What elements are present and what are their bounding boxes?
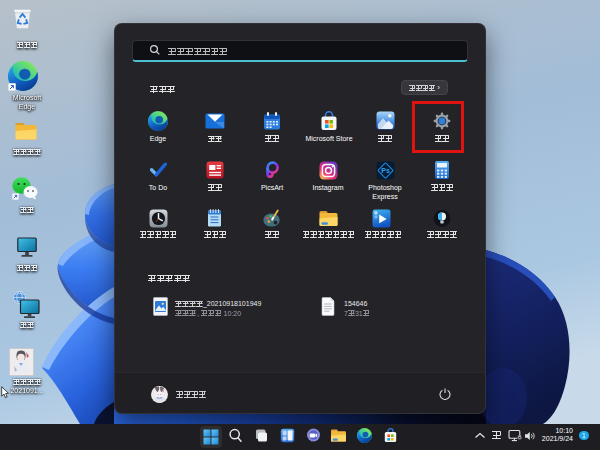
svg-text:Ps: Ps bbox=[381, 167, 390, 174]
